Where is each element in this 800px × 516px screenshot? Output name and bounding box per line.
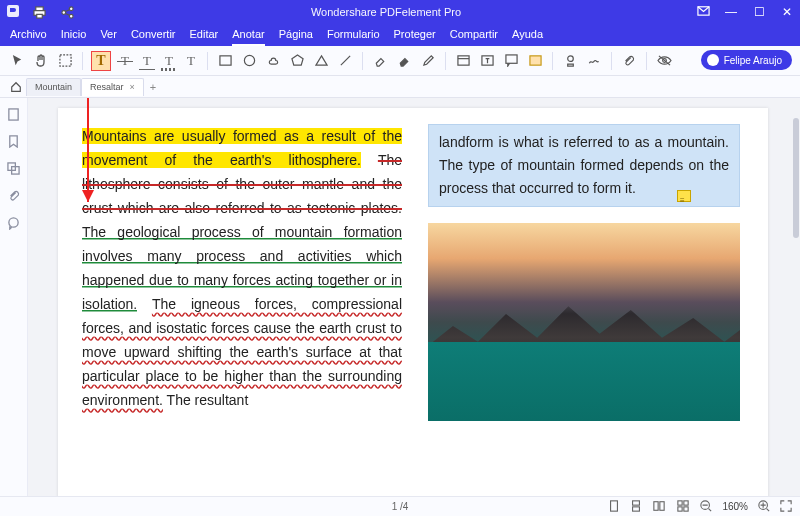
underline-tool-icon[interactable]: T: [139, 53, 155, 69]
view-facing-cont-icon[interactable]: [676, 500, 690, 514]
svg-rect-17: [9, 109, 18, 120]
app-title: Wondershare PDFelement Pro: [76, 6, 696, 18]
eraser-icon[interactable]: [371, 52, 389, 70]
vertical-scrollbar[interactable]: [793, 118, 799, 238]
svg-rect-27: [678, 500, 682, 504]
strikethrough-tool-icon[interactable]: T: [117, 53, 133, 69]
user-name: Felipe Araujo: [724, 55, 782, 66]
menu-archivo[interactable]: Archivo: [10, 28, 47, 46]
marquee-tool-icon[interactable]: [56, 52, 74, 70]
avatar-icon: [707, 54, 719, 66]
triangle-shape-icon[interactable]: [312, 52, 330, 70]
comments-panel-icon[interactable]: [7, 217, 20, 232]
page-current: 1: [392, 501, 398, 512]
tab-label: Mountain: [35, 82, 72, 92]
home-tab-icon[interactable]: [6, 81, 26, 93]
zoom-out-icon[interactable]: [700, 500, 712, 514]
page-indicator[interactable]: 1 /4: [392, 501, 409, 512]
zoom-in-icon[interactable]: [758, 500, 770, 514]
view-continuous-icon[interactable]: [630, 500, 642, 514]
cloud-shape-icon[interactable]: [264, 52, 282, 70]
svg-rect-26: [660, 501, 664, 510]
app-logo-icon: [6, 4, 20, 20]
svg-rect-22: [611, 500, 618, 510]
layers-panel-icon[interactable]: [7, 162, 20, 177]
menu-ayuda[interactable]: Ayuda: [512, 28, 543, 46]
box-text: landform is what is referred to as a mou…: [439, 134, 729, 196]
separator: [552, 52, 553, 70]
svg-rect-23: [633, 500, 640, 504]
separator: [362, 52, 363, 70]
pointer-tool-icon[interactable]: [8, 52, 26, 70]
callout-icon[interactable]: [502, 52, 520, 70]
highlighted-text[interactable]: Mountains are usually formed as a result…: [82, 128, 402, 168]
svg-point-10: [244, 55, 254, 65]
highlight-tool[interactable]: T: [91, 51, 111, 71]
window-maximize-icon[interactable]: ☐: [752, 5, 766, 19]
menu-anotar[interactable]: Anotar: [232, 28, 264, 46]
menu-pagina[interactable]: Página: [279, 28, 313, 46]
area-highlight-box[interactable]: landform is what is referred to as a mou…: [428, 124, 740, 207]
area-select-icon[interactable]: [454, 52, 472, 70]
menu-editar[interactable]: Editar: [190, 28, 219, 46]
pencil-icon[interactable]: [419, 52, 437, 70]
menu-formulario[interactable]: Formulario: [327, 28, 380, 46]
sticky-note-icon[interactable]: [677, 190, 691, 202]
caret-tool-icon[interactable]: T: [183, 53, 199, 69]
document-tab-bar: Mountain Resaltar× +: [0, 76, 800, 98]
zoom-value[interactable]: 160%: [722, 501, 748, 512]
signature-icon[interactable]: [585, 52, 603, 70]
tab-label: Resaltar: [90, 82, 124, 92]
svg-point-4: [69, 6, 73, 10]
share-icon[interactable]: [58, 3, 76, 21]
window-minimize-icon[interactable]: —: [724, 5, 738, 19]
hand-tool-icon[interactable]: [32, 52, 50, 70]
tab-resaltar[interactable]: Resaltar×: [81, 78, 144, 96]
workspace: Mountains are usually formed as a result…: [0, 98, 800, 496]
menu-bar: Archivo Inicio Ver Convertir Editar Anot…: [0, 24, 800, 46]
menu-compartir[interactable]: Compartir: [450, 28, 498, 46]
fullscreen-icon[interactable]: [780, 500, 792, 514]
textbox-icon[interactable]: [478, 52, 496, 70]
polygon-shape-icon[interactable]: [288, 52, 306, 70]
window-close-icon[interactable]: ✕: [780, 5, 794, 19]
line-shape-icon[interactable]: [336, 52, 354, 70]
notify-icon[interactable]: [696, 4, 710, 20]
view-single-icon[interactable]: [608, 500, 620, 514]
circle-shape-icon[interactable]: [240, 52, 258, 70]
page-canvas[interactable]: Mountains are usually formed as a result…: [28, 98, 800, 496]
new-tab-icon[interactable]: +: [150, 81, 156, 93]
tab-close-icon[interactable]: ×: [130, 82, 135, 92]
menu-ver[interactable]: Ver: [100, 28, 117, 46]
hide-annot-icon[interactable]: [655, 52, 673, 70]
area-highlight-icon[interactable]: [526, 52, 544, 70]
thumbnails-panel-icon[interactable]: [7, 108, 20, 123]
user-chip[interactable]: Felipe Araujo: [701, 50, 792, 70]
plain-text: The resultant: [167, 392, 249, 408]
svg-rect-25: [654, 501, 658, 510]
separator: [207, 52, 208, 70]
stamp-icon[interactable]: [561, 52, 579, 70]
menu-inicio[interactable]: Inicio: [61, 28, 87, 46]
attachment-icon[interactable]: [620, 52, 638, 70]
squiggle-tool-icon[interactable]: T: [161, 53, 177, 69]
svg-point-20: [9, 218, 18, 227]
menu-convertir[interactable]: Convertir: [131, 28, 176, 46]
print-icon[interactable]: [30, 3, 48, 21]
tab-mountain[interactable]: Mountain: [26, 78, 81, 96]
page-total: 4: [403, 501, 409, 512]
separator: [611, 52, 612, 70]
highlight-t-glyph: T: [96, 53, 105, 69]
separator: [445, 52, 446, 70]
svg-rect-28: [684, 500, 688, 504]
svg-rect-30: [684, 506, 688, 510]
svg-rect-14: [529, 56, 540, 65]
attachments-panel-icon[interactable]: [8, 189, 20, 205]
view-facing-icon[interactable]: [652, 500, 666, 514]
eraser-fill-icon[interactable]: [395, 52, 413, 70]
rect-shape-icon[interactable]: [216, 52, 234, 70]
title-bar: Wondershare PDFelement Pro — ☐ ✕: [0, 0, 800, 24]
menu-proteger[interactable]: Proteger: [394, 28, 436, 46]
bookmarks-panel-icon[interactable]: [7, 135, 20, 150]
svg-point-15: [567, 56, 573, 62]
